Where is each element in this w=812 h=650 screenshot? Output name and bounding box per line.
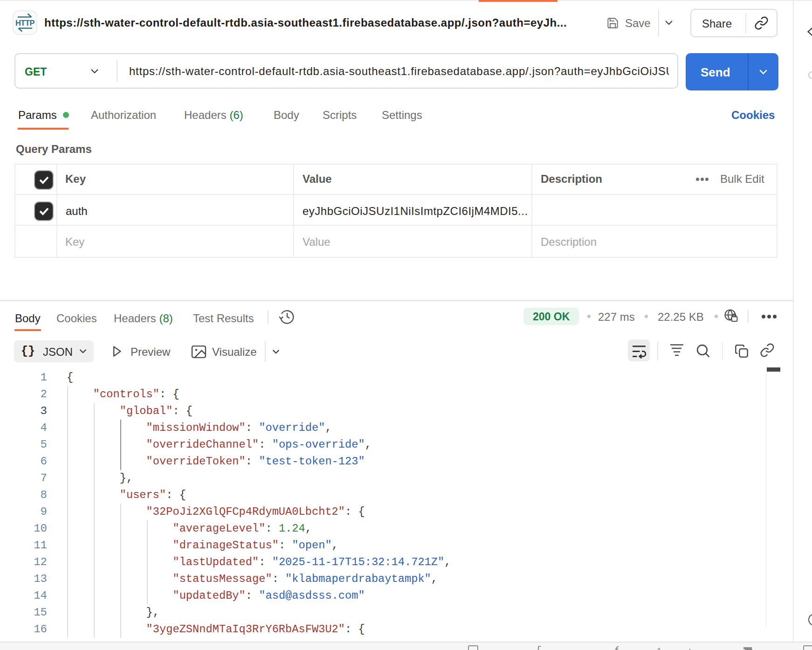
svg-text:HTTP: HTTP	[15, 19, 35, 27]
